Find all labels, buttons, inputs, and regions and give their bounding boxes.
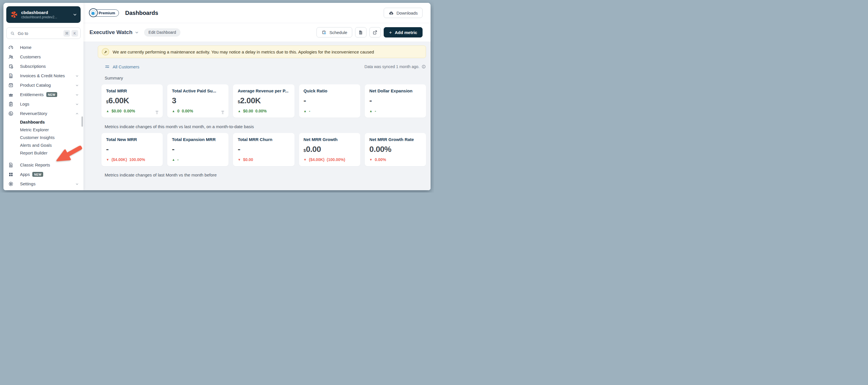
chevron-down-icon: [75, 182, 79, 186]
calendar-plus-icon: [321, 30, 327, 35]
sidebar-item-logs[interactable]: Logs: [3, 99, 84, 109]
sidebar-item-label: Home: [20, 45, 31, 50]
cloud-download-icon: [389, 10, 394, 16]
gauge-icon: [8, 45, 14, 50]
edit-dashboard-button[interactable]: Edit Dashboard: [144, 28, 180, 37]
sidebar-item-label: RevenueStory: [20, 111, 47, 116]
invoice-icon: $: [8, 73, 14, 79]
triangle-up-icon: ▲: [172, 158, 175, 161]
share-button[interactable]: [369, 27, 381, 37]
metric-card-total-expansion-mrr[interactable]: Total Expansion MRR - ▲ -: [167, 133, 228, 166]
export-pdf-button[interactable]: PDF: [355, 27, 367, 37]
metric-card-value: -: [172, 145, 175, 154]
sidebar-item-label: Classic Reports: [20, 162, 50, 167]
sidebar-item-invoices-credit-notes[interactable]: $ Invoices & Credit Notes: [3, 71, 84, 80]
triangle-up-icon: ▲: [172, 110, 175, 113]
chevron-down-icon: [75, 83, 79, 87]
metric-card-net-mrr-growth-rate[interactable]: Net MRR Growth Rate 0.00% ▼ 0.00%: [365, 133, 426, 166]
metric-card-currency: $: [106, 99, 108, 104]
sidebar-subitem-report-builder[interactable]: Report Builder: [3, 149, 84, 157]
sidebar-item-label: Entitlements: [20, 92, 44, 97]
sidebar-subitem-alerts-and-goals[interactable]: Alerts and Goals: [3, 141, 84, 149]
metric-card-delta: ▼ ($4.00K) (100.00%): [304, 157, 345, 162]
add-metric-button[interactable]: + Add metric: [384, 27, 423, 37]
sidebar-subitem-metric-explorer[interactable]: Metric Explorer: [3, 126, 84, 134]
new-badge: NEW: [32, 172, 43, 177]
classic-reports-icon: [8, 162, 14, 168]
sidebar-item-classic-reports[interactable]: Classic Reports: [3, 160, 84, 170]
sidebar-item-apps[interactable]: Apps NEW: [3, 170, 84, 179]
product-catalog-icon: [8, 82, 14, 88]
monthly-note: Metrics indicate changes of last Month v…: [105, 173, 426, 177]
sidebar-subitem-label: Dashboards: [20, 120, 45, 124]
trophy-icon: [154, 110, 159, 115]
metric-card-title: Net MRR Growth: [304, 137, 356, 142]
triangle-down-icon: ▼: [369, 158, 373, 161]
chevron-down-icon: [75, 102, 79, 106]
metric-card-net-mrr-growth[interactable]: Net MRR Growth $ 0.00 ▼ ($4.00K) (100.00…: [299, 133, 360, 166]
top-header: Premium Dashboards Downloads: [84, 3, 431, 23]
metric-card-total-mrr-churn[interactable]: Total MRR Churn - ▼ $0.00: [233, 133, 294, 166]
premium-gem-icon: [89, 8, 98, 17]
chevron-up-icon: [75, 112, 79, 115]
sidebar-item-product-catalog[interactable]: Product Catalog: [3, 80, 84, 90]
triangle-down-icon: ▼: [304, 158, 307, 161]
metric-card-value: -: [238, 145, 240, 154]
metric-card-value: -: [106, 145, 108, 154]
metric-card-average-revenue-per-p[interactable]: Average Revenue per P... $ 2.00K ▲ $0.00…: [233, 84, 294, 118]
search-icon: [10, 31, 15, 36]
dashboard-content: We are currently performing a maintenanc…: [84, 41, 431, 190]
sidebar-nav: Home Customers Subscriptions $ Invoices …: [3, 42, 84, 188]
metric-card-currency: $: [304, 148, 306, 153]
search-input[interactable]: [18, 31, 62, 36]
metric-card-title: Total Active Paid Su...: [172, 88, 224, 93]
sidebar-subitem-customer-insights[interactable]: Customer Insights: [3, 134, 84, 141]
metric-card-title: Average Revenue per P...: [238, 88, 290, 93]
premium-label: Premium: [99, 11, 115, 15]
metric-card-title: Total MRR Churn: [238, 137, 290, 142]
summary-heading: Summary: [105, 76, 426, 80]
global-search[interactable]: ⌘ K: [6, 27, 81, 39]
metric-card-title: Net MRR Growth Rate: [369, 137, 422, 142]
sidebar-item-home[interactable]: Home: [3, 42, 84, 52]
dashboard-name[interactable]: Executive Watch: [90, 29, 132, 35]
sidebar-item-revenuestory[interactable]: RevenueStory: [3, 109, 84, 118]
sidebar-item-subscriptions[interactable]: Subscriptions: [3, 61, 84, 71]
metric-card-quick-ratio[interactable]: Quick Ratio - ▲ -: [299, 84, 360, 118]
customer-filter-button[interactable]: All Customers: [105, 64, 139, 69]
triangle-down-icon: ▼: [106, 158, 109, 161]
org-switcher[interactable]: cbdashboard cbdashboard.predev2...: [6, 6, 81, 23]
sidebar-item-settings[interactable]: Settings: [3, 179, 84, 188]
triangle-up-icon: ▲: [304, 110, 307, 113]
toolbar-actions: Schedule PDF + Add metric: [316, 27, 423, 37]
metric-card-delta: ▲ $0.00 0.00%: [238, 109, 267, 113]
metric-card-net-dollar-expansion[interactable]: Net Dollar Expansion - ▲ -: [365, 84, 426, 118]
schedule-button[interactable]: Schedule: [316, 27, 352, 37]
downloads-button[interactable]: Downloads: [384, 8, 423, 18]
monthly-cards-row: Total New MRR - ▼ ($4.00K) 100.00% Total…: [101, 133, 426, 166]
crown-icon: [8, 92, 14, 97]
cmd-keycap: ⌘: [63, 30, 70, 37]
metric-card-total-new-mrr[interactable]: Total New MRR - ▼ ($4.00K) 100.00%: [101, 133, 163, 166]
customers-icon: [8, 54, 14, 60]
info-icon[interactable]: [422, 64, 426, 69]
add-metric-label: Add metric: [395, 30, 417, 35]
metric-card-delta: ▲ -: [172, 157, 179, 162]
sync-text: Data was synced 1 month ago.: [365, 64, 420, 69]
sidebar-item-customers[interactable]: Customers: [3, 52, 84, 61]
svg-text:PDF: PDF: [360, 32, 362, 33]
wrench-icon: [102, 48, 109, 56]
sidebar-scrollbar[interactable]: [82, 116, 83, 127]
metric-card-total-active-paid-su[interactable]: Total Active Paid Su... 3 ▲ 0 0.00%: [167, 84, 228, 118]
sidebar-item-entitlements[interactable]: Entitlements NEW: [3, 90, 84, 99]
sidebar-item-label: Invoices & Credit Notes: [20, 73, 65, 78]
sync-info: Data was synced 1 month ago.: [365, 64, 426, 69]
sidebar-subitem-label: Alerts and Goals: [20, 143, 52, 148]
customer-filter-label: All Customers: [113, 64, 139, 69]
metric-card-delta: ▼ 0.00%: [369, 157, 386, 162]
sidebar-subitem-dashboards[interactable]: Dashboards: [3, 118, 84, 126]
chevron-down-icon[interactable]: [135, 30, 139, 35]
triangle-down-icon: ▼: [238, 158, 241, 161]
metric-card-total-mrr[interactable]: Total MRR $ 6.00K ▲ $0.00 0.00%: [101, 84, 163, 118]
sidebar-item-label: Settings: [20, 181, 35, 186]
